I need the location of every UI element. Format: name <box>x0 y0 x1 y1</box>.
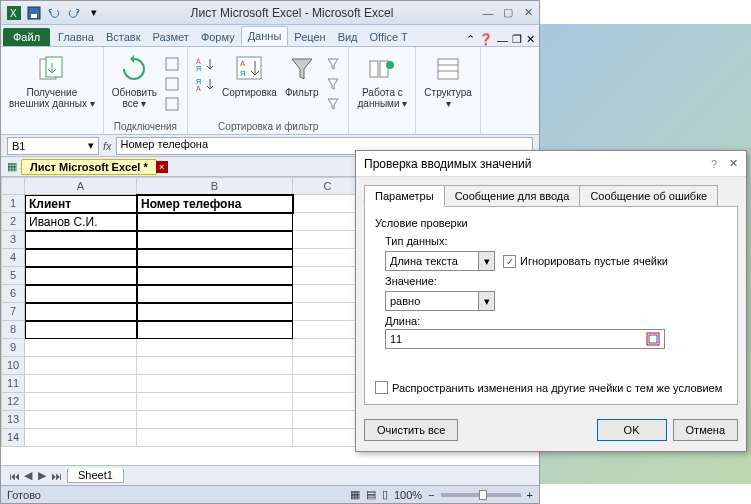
cell[interactable] <box>293 285 363 303</box>
maximize-icon[interactable]: ▢ <box>501 6 515 20</box>
value-combo[interactable]: равно▾ <box>385 291 495 311</box>
sort-asc-icon[interactable]: АЯ <box>194 55 216 73</box>
fx-icon[interactable]: fx <box>103 140 112 152</box>
cell[interactable]: Клиент <box>25 195 137 213</box>
help-icon[interactable]: ❓ <box>479 33 493 46</box>
cell[interactable] <box>293 375 363 393</box>
cell[interactable] <box>137 267 293 285</box>
get-external-data-button[interactable]: Получение внешних данных ▾ <box>7 51 97 111</box>
row-header[interactable]: 10 <box>1 357 25 375</box>
row-header[interactable]: 6 <box>1 285 25 303</box>
redo-icon[interactable] <box>65 4 83 22</box>
tab-layout[interactable]: Размет <box>147 28 195 46</box>
cell[interactable] <box>293 303 363 321</box>
sheet-nav-prev-icon[interactable]: ◀ <box>21 469 35 483</box>
row-header[interactable]: 14 <box>1 429 25 447</box>
mdi-restore-icon[interactable]: ❐ <box>512 33 522 46</box>
cell[interactable]: Номер телефона <box>137 195 293 213</box>
propagate-checkbox[interactable] <box>375 381 388 394</box>
cell[interactable] <box>137 411 293 429</box>
tab-office[interactable]: Office T <box>364 28 414 46</box>
row-header[interactable]: 11 <box>1 375 25 393</box>
tab-review[interactable]: Рецен <box>288 28 331 46</box>
cell[interactable] <box>25 249 137 267</box>
cell[interactable] <box>137 357 293 375</box>
cell[interactable] <box>293 339 363 357</box>
cell[interactable] <box>25 411 137 429</box>
zoom-in-icon[interactable]: + <box>527 489 533 501</box>
cell[interactable]: Иванов С.И. <box>25 213 137 231</box>
row-header[interactable]: 13 <box>1 411 25 429</box>
reapply-icon[interactable] <box>324 75 342 93</box>
clear-all-button[interactable]: Очистить все <box>364 419 458 441</box>
tab-data[interactable]: Данны <box>241 26 289 46</box>
tab-insert[interactable]: Вставк <box>100 28 147 46</box>
view-layout-icon[interactable]: ▤ <box>366 488 376 501</box>
data-type-combo[interactable]: Длина текста▾ <box>385 251 495 271</box>
ok-button[interactable]: OK <box>597 419 667 441</box>
range-selector-icon[interactable] <box>646 332 660 346</box>
cell[interactable] <box>293 267 363 285</box>
sheet-nav-first-icon[interactable]: ⏮ <box>7 469 21 483</box>
cell[interactable] <box>293 393 363 411</box>
cell[interactable] <box>293 231 363 249</box>
cell[interactable] <box>137 285 293 303</box>
chevron-down-icon[interactable]: ▾ <box>478 292 494 310</box>
workbook-tab[interactable]: Лист Microsoft Excel * <box>21 159 157 175</box>
filter-button[interactable]: Фильтр <box>283 51 321 100</box>
cancel-button[interactable]: Отмена <box>673 419 738 441</box>
column-header[interactable]: C <box>293 177 363 195</box>
ribbon-minimize-icon[interactable]: ⌃ <box>466 33 475 46</box>
zoom-slider[interactable] <box>441 493 521 497</box>
cell[interactable] <box>137 231 293 249</box>
tab-home[interactable]: Главна <box>52 28 100 46</box>
dialog-tab-input-message[interactable]: Сообщение для ввода <box>444 185 581 207</box>
row-header[interactable]: 7 <box>1 303 25 321</box>
row-header[interactable]: 8 <box>1 321 25 339</box>
file-tab[interactable]: Файл <box>3 28 50 46</box>
advanced-filter-icon[interactable] <box>324 95 342 113</box>
cell[interactable] <box>137 393 293 411</box>
outline-button[interactable]: Структура ▾ <box>422 51 473 111</box>
cell[interactable] <box>137 213 293 231</box>
view-normal-icon[interactable]: ▦ <box>350 488 360 501</box>
dialog-tab-parameters[interactable]: Параметры <box>364 185 445 207</box>
cell[interactable] <box>293 357 363 375</box>
column-header[interactable]: A <box>25 177 137 195</box>
cell[interactable] <box>137 429 293 447</box>
clear-filter-icon[interactable] <box>324 55 342 73</box>
cell[interactable] <box>293 195 363 213</box>
workbook-close-icon[interactable]: × <box>156 161 168 173</box>
close-icon[interactable]: ✕ <box>521 6 535 20</box>
cell[interactable] <box>293 429 363 447</box>
undo-icon[interactable] <box>45 4 63 22</box>
save-icon[interactable] <box>25 4 43 22</box>
cell[interactable] <box>25 267 137 285</box>
cell[interactable] <box>25 303 137 321</box>
ignore-blank-checkbox[interactable]: ✓ <box>503 255 516 268</box>
zoom-out-icon[interactable]: − <box>428 489 434 501</box>
tab-formulas[interactable]: Форму <box>195 28 241 46</box>
row-header[interactable]: 4 <box>1 249 25 267</box>
cell[interactable] <box>137 339 293 357</box>
cell[interactable] <box>293 411 363 429</box>
qat-dropdown-icon[interactable]: ▾ <box>85 4 103 22</box>
cell[interactable] <box>293 213 363 231</box>
row-header[interactable]: 3 <box>1 231 25 249</box>
cell[interactable] <box>137 375 293 393</box>
cell[interactable] <box>25 375 137 393</box>
sheet-tab[interactable]: Sheet1 <box>67 468 124 483</box>
mdi-minimize-icon[interactable]: — <box>497 34 508 46</box>
sheet-nav-next-icon[interactable]: ▶ <box>35 469 49 483</box>
sort-desc-icon[interactable]: ЯА <box>194 75 216 93</box>
sheet-nav-last-icon[interactable]: ⏭ <box>49 469 63 483</box>
edit-links-icon[interactable] <box>163 95 181 113</box>
length-input[interactable]: 11 <box>385 329 665 349</box>
cell[interactable] <box>25 429 137 447</box>
select-all-corner[interactable] <box>1 177 25 195</box>
row-header[interactable]: 2 <box>1 213 25 231</box>
cell[interactable] <box>293 321 363 339</box>
zoom-level[interactable]: 100% <box>394 489 422 501</box>
row-header[interactable]: 5 <box>1 267 25 285</box>
cell[interactable] <box>293 249 363 267</box>
